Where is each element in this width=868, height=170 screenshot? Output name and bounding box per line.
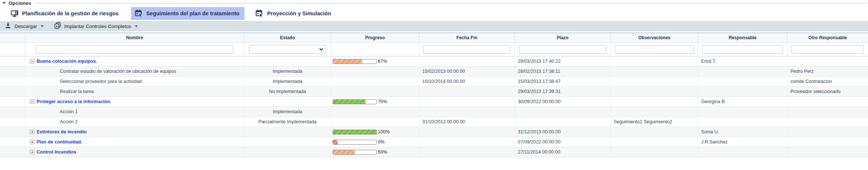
row-expander-icon[interactable] — [30, 140, 34, 144]
chevron-down-icon — [41, 25, 44, 27]
fecha-fin-filter-input[interactable] — [423, 45, 510, 54]
progress-cell: 75% — [331, 97, 419, 107]
otro-responsable-cell — [787, 107, 868, 117]
estado-cell: Implementada — [244, 77, 331, 87]
tab-bar: Planificación de la gestión de riesgos S… — [0, 6, 868, 21]
table-header-row: Nombre Estado Progreso Fecha Fin Plazo O… — [0, 33, 868, 43]
row-name[interactable]: Proteger acceso a la información. — [37, 99, 111, 104]
tab-planificacion[interactable]: Planificación de la gestión de riesgos — [7, 7, 124, 20]
responsable-cell: J.R.Sanchez — [698, 137, 787, 147]
responsable-cell: Sonia U. — [698, 127, 787, 137]
table-row[interactable]: Proteger acceso a la información. 75% 30… — [0, 97, 868, 107]
observaciones-cell — [611, 107, 698, 117]
options-legend: Opciones — [9, 0, 31, 6]
implantar-controles-button[interactable]: Implantar Controles Completos — [54, 22, 138, 30]
row-name: Acción 2 — [60, 119, 78, 124]
table-row[interactable]: Extintores de incendio 100% 31/12/2013 0… — [0, 127, 868, 137]
row-selector-cell — [0, 67, 25, 77]
tab-seguimiento[interactable]: Seguimiento del plan de tratamiento — [131, 7, 245, 20]
nombre-filter-input[interactable] — [36, 45, 233, 54]
progress-bar — [333, 59, 377, 64]
tab-proyeccion[interactable]: Proyección y Simulación — [252, 7, 336, 20]
header-selector-column — [0, 33, 25, 43]
progress-cell — [331, 107, 419, 117]
name-cell: Contratar estudio de valoración de ubica… — [25, 67, 244, 77]
progress-label: 100% — [378, 129, 390, 135]
calendar-cursor-icon — [135, 9, 143, 18]
table-row[interactable]: Buena colocación equipos. 67% 29/03/2013… — [0, 56, 868, 67]
header-progreso[interactable]: Progreso — [331, 33, 419, 43]
estado-filter-select[interactable] — [249, 45, 326, 54]
progress-bar — [333, 140, 377, 145]
table-row[interactable]: Contratar estudio de valoración de ubica… — [0, 67, 868, 77]
table-row[interactable]: Acción 1 Implementada — [0, 107, 868, 117]
responsable-cell — [698, 87, 787, 97]
row-expander-icon[interactable] — [30, 99, 34, 104]
responsable-cell — [698, 147, 787, 157]
responsable-filter-input[interactable] — [702, 45, 783, 54]
row-selector-cell — [0, 87, 25, 97]
header-responsable[interactable]: Responsable — [698, 33, 787, 43]
row-name[interactable]: Control Incendios — [37, 149, 76, 155]
row-name[interactable]: Buena colocación equipos. — [37, 59, 97, 64]
fecha-fin-cell — [419, 97, 515, 107]
responsable-cell — [698, 117, 787, 127]
table-row[interactable]: Control Incendios 50% 27/11/2014 00:00:0… — [0, 147, 868, 157]
row-expander-icon[interactable] — [30, 130, 34, 134]
progress-bar-fill — [333, 59, 362, 64]
estado-cell: Implementada — [244, 67, 331, 77]
plazo-cell: 31/12/2013 00:00:00 — [515, 127, 611, 137]
otro-responsable-cell — [787, 127, 868, 137]
progress-cell: 67% — [331, 56, 419, 67]
tab-label: Planificación de la gestión de riesgos — [22, 10, 119, 16]
name-cell: Plan de continuidad. — [25, 137, 244, 147]
row-expander-icon[interactable] — [30, 150, 34, 154]
row-selector-cell — [0, 97, 25, 107]
observaciones-cell — [611, 147, 698, 157]
header-plazo[interactable]: Plazo — [515, 33, 611, 43]
row-expander-icon[interactable] — [30, 59, 34, 64]
otro-responsable-cell — [787, 56, 868, 67]
otro-responsable-cell: Pedro Perz — [787, 67, 868, 77]
row-name[interactable]: Extintores de incendio — [37, 129, 87, 135]
observaciones-cell — [611, 127, 698, 137]
name-cell: Proteger acceso a la información. — [25, 97, 244, 107]
filter-estado-cell — [244, 43, 331, 56]
legend-divider — [36, 3, 867, 3]
descargar-button[interactable]: Descargar — [4, 22, 44, 30]
progress-label: 67% — [378, 59, 387, 64]
otro-responsable-cell: comite Contratacion — [787, 77, 868, 87]
row-name[interactable]: Plan de continuidad. — [37, 139, 82, 145]
row-selector-cell — [0, 77, 25, 87]
otro-responsable-filter-input[interactable] — [791, 45, 864, 54]
table-row[interactable]: Seleccionar proveedor para la actividad … — [0, 77, 868, 87]
table-row[interactable]: Acción 2 Parcialmente Implementada 31/10… — [0, 117, 868, 127]
plazo-filter-input[interactable] — [519, 45, 606, 54]
fecha-fin-cell — [419, 56, 515, 67]
plazo-cell: 29/03/2013 17:39:31 — [515, 87, 611, 97]
header-estado[interactable]: Estado — [244, 33, 331, 43]
responsable-cell: Erick T. — [698, 56, 787, 67]
header-nombre[interactable]: Nombre — [25, 33, 244, 43]
observaciones-cell — [611, 87, 698, 97]
row-selector-cell — [0, 137, 25, 147]
progress-bar — [333, 99, 377, 104]
filter-row — [0, 43, 868, 56]
table-row[interactable]: Realizar la tarea No Implementada 29/03/… — [0, 87, 868, 97]
filter-responsable-cell — [698, 43, 787, 56]
observaciones-filter-input[interactable] — [615, 45, 694, 54]
header-observaciones[interactable]: Observaciones — [611, 33, 698, 43]
header-fecha-fin[interactable]: Fecha Fin — [419, 33, 515, 43]
row-name: Seleccionar proveedor para la actividad — [60, 79, 142, 84]
button-label: Implantar Controles Completos — [64, 24, 131, 29]
header-otro-responsable[interactable]: Otro Responsable — [787, 33, 868, 43]
progress-label: 75% — [378, 99, 387, 104]
fecha-fin-cell — [419, 147, 515, 157]
progress-cell: 50% — [331, 147, 419, 157]
row-name: Acción 1 — [60, 109, 78, 114]
collapse-triangle-icon[interactable] — [2, 2, 6, 4]
table-row[interactable]: Plan de continuidad. 0% 07/09/2022 00:00… — [0, 137, 868, 147]
plazo-cell: 30/09/2022 00:00:00 — [515, 97, 611, 107]
tab-label: Proyección y Simulación — [267, 10, 331, 16]
plazo-cell — [515, 117, 611, 127]
